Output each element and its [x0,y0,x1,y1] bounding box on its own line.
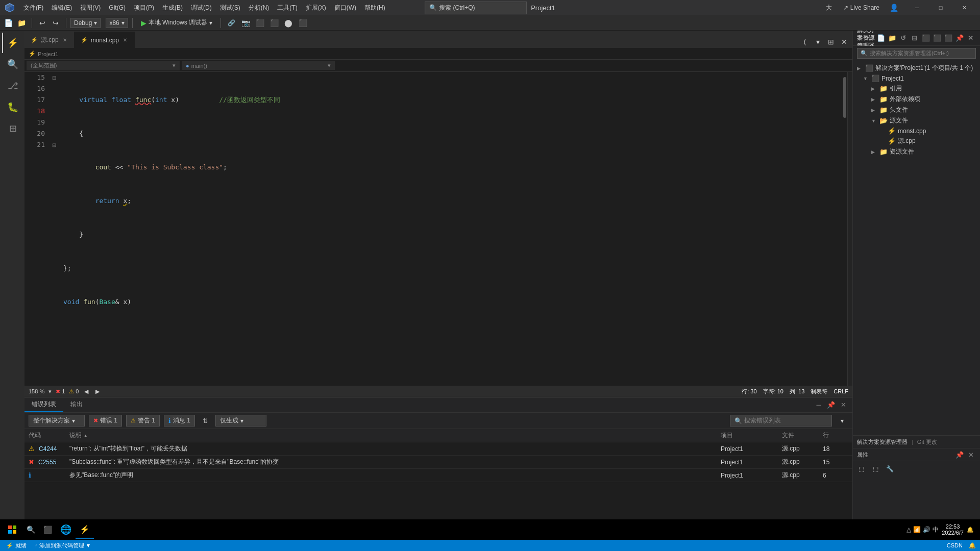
sync-sidebar-btn[interactable]: ⬛ [921,33,931,43]
git-activity[interactable]: ⎇ [2,76,22,96]
tree-solution-root[interactable]: ▶ ⬛ 解决方案'Project1'(1 个项目/共 1 个) [853,63,980,73]
tabs-menu[interactable]: ▾ [812,36,824,48]
new-folder-sidebar-btn[interactable]: 📁 [887,33,897,43]
panel-tab-output[interactable]: 输出 [63,397,90,412]
redo-btn[interactable]: ↪ [50,17,62,29]
tab-monst-cpp[interactable]: ⚡ monst.cpp ✕ [75,32,135,48]
taskbar-chrome[interactable]: 🌐 [56,520,76,539]
attach-btn[interactable]: 🔗 [225,17,237,29]
prop-cat-btn[interactable]: ⬚ [869,463,881,475]
run-debugger-button[interactable]: ▶ 本地 Windows 调试器 ▾ [137,17,216,28]
table-row[interactable]: ⚠ C4244 "return": 从"int"转换到"float"，可能丢失数… [24,442,852,456]
platform-dropdown[interactable]: x86 ▾ [106,18,128,28]
breakpoint-btn[interactable]: ⬤ [282,17,295,29]
new-file-sidebar-btn[interactable]: 📄 [876,33,886,43]
screenshot-btn[interactable]: 📷 [239,17,252,29]
tab-close-icon[interactable]: ✕ [122,37,128,43]
tabs-scroll-left[interactable]: ⟨ [798,36,811,48]
code-editor[interactable]: 15 16 17 18 19 20 21 ⊟ ⊟ virtual [24,72,852,386]
pin-sidebar-btn[interactable]: 📌 [954,33,965,43]
explorer-activity[interactable]: ⚡ [2,33,22,53]
filter-sidebar-btn[interactable]: ⬛ [932,33,942,43]
taskbar-task-view[interactable]: ⬛ [39,520,56,539]
tree-monst-cpp[interactable]: ▶ ⚡ monst.cpp [853,126,980,136]
extensions-activity[interactable]: ⊞ [2,118,22,139]
tree-source-files[interactable]: ▼ 📂 源文件 [853,115,980,126]
menu-edit[interactable]: 编辑(E) [47,2,76,14]
menu-file[interactable]: 文件(F) [19,2,47,14]
nav-back-btn[interactable]: ◀ [83,388,90,395]
menu-extensions[interactable]: 扩展(X) [302,2,330,14]
prop-list-btn[interactable]: ⬚ [855,463,867,475]
prop-close-btn[interactable]: ✕ [966,449,976,460]
panel-tab-errors[interactable]: 错误列表 [24,397,63,412]
search-options-btn[interactable]: ▾ [836,415,848,427]
search-activity[interactable]: 🔍 [2,54,22,74]
solution-filter-dropdown[interactable]: 整个解决方案 ▾ [29,415,85,427]
panel-pin-btn[interactable]: 📌 [826,400,836,410]
notification-bell-icon[interactable]: 🔔 [969,542,976,549]
scope-selector[interactable]: (全局范围) ▾ [27,61,180,70]
tree-external-deps[interactable]: ▶ 📁 外部依赖项 [853,94,980,105]
prop-pin-btn[interactable]: 📌 [954,449,965,460]
account-icon[interactable]: 👤 [887,4,901,12]
close-button[interactable]: ✕ [952,0,976,15]
tab-close-icon[interactable]: ✕ [62,37,68,43]
menu-help[interactable]: 帮助(H) [360,2,389,14]
sidebar-footer-tab-1[interactable]: 解决方案资源管理器 [857,438,908,446]
build-config-dropdown[interactable]: Debug ▾ [70,18,101,28]
taskbar-vs[interactable]: ⚡ [76,520,94,539]
minimize-button[interactable]: ─ [905,0,929,15]
code-content[interactable]: virtual float func(int x) //函数返回类型不同 { c… [58,72,842,386]
menu-analyze[interactable]: 分析(N) [244,2,274,14]
tree-headers[interactable]: ▶ 📁 头文件 [853,105,980,115]
search-errors-input[interactable]: 🔍 搜索错误列表 [730,415,832,427]
debug-activity[interactable]: 🐛 [2,97,22,117]
close-sidebar-btn[interactable]: ✕ [966,33,976,43]
table-row[interactable]: ✖ C2555 "Subclass::func": 重写虚函数返回类型有差异，且… [24,456,852,469]
menu-build[interactable]: 生成(B) [158,2,187,14]
message-filter-badge[interactable]: ℹ 消息 1 [164,415,195,427]
split-editor[interactable]: ⊞ [825,36,837,48]
undo-btn[interactable]: ↩ [36,17,48,29]
close-all-tabs[interactable]: ✕ [838,36,850,48]
menu-tools[interactable]: 工具(T) [273,2,301,14]
new-file-btn[interactable]: 📄 [2,17,14,29]
sidebar-search-input[interactable]: 🔍 搜索解决方案资源管理器(Ctrl+;) [857,48,976,59]
tree-source-cpp[interactable]: ▶ ⚡ 源.cpp [853,136,980,146]
sidebar-footer-tab-2[interactable]: Git 更改 [917,438,937,446]
build-filter-dropdown[interactable]: 仅生成 ▾ [215,415,266,427]
menu-window[interactable]: 窗口(W) [330,2,360,14]
open-file-btn[interactable]: 📁 [15,17,28,29]
menu-project[interactable]: 项目(P) [130,2,158,14]
zoom-display[interactable]: 158 % [29,388,44,394]
panel-close-btn[interactable]: ✕ [838,400,848,410]
sort-btn[interactable]: ⇅ [199,415,211,427]
error-filter-badge[interactable]: ✖ 错误 1 [89,415,122,427]
zoom-level-btn[interactable]: 大 [822,4,836,12]
editor-scrollbar[interactable] [842,72,847,386]
taskbar-search[interactable]: 🔍 [22,520,39,539]
nav-btn1[interactable]: ⬛ [254,17,266,29]
collapse-all-sidebar-btn[interactable]: ⊟ [910,33,920,43]
add-to-source-btn[interactable]: ↑ 添加到源代码管理 ▼ [33,542,93,549]
menu-view[interactable]: 视图(V) [76,2,105,14]
tree-project[interactable]: ▼ ⬛ Project1 [853,73,980,83]
function-selector[interactable]: ● main() ▾ [182,61,335,70]
source-control-btn[interactable]: ⚡ 就绪 [4,542,29,549]
nav-forward-btn[interactable]: ▶ [94,388,101,395]
warning-filter-badge[interactable]: ⚠ 警告 1 [126,415,160,427]
nav-btn2[interactable]: ⬛ [268,17,280,29]
tree-references[interactable]: ▶ 📁 引用 [853,83,980,94]
menu-git[interactable]: Git(G) [105,2,130,13]
start-button[interactable] [2,520,22,539]
table-row[interactable]: ℹ 参见"Base::func"的声明 Project1 源.cpp 6 [24,469,852,482]
menu-test[interactable]: 测试(S) [216,2,244,14]
menu-debug[interactable]: 调试(D) [187,2,216,14]
global-search-box[interactable]: 🔍 搜索 (Ctrl+Q) [425,2,527,14]
step-btn[interactable]: ⬛ [297,17,309,29]
settings-sidebar-btn[interactable]: ⬛ [943,33,953,43]
maximize-button[interactable]: □ [929,0,952,15]
notification-icon[interactable]: 🔔 [967,527,974,533]
live-share-button[interactable]: ↗ Live Share [840,3,883,12]
